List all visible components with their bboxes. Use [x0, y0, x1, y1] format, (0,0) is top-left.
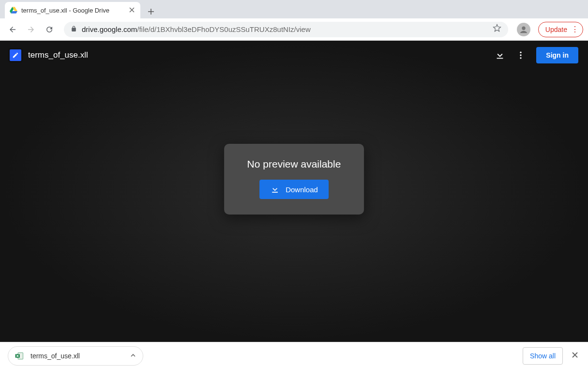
google-drive-icon — [10, 6, 17, 14]
download-icon — [270, 184, 280, 194]
address-bar[interactable]: drive.google.com/file/d/1BXhvbl3eDFhoDYS… — [64, 22, 508, 37]
tab-strip: terms_of_use.xll - Google Drive — [0, 0, 588, 18]
tab-title: terms_of_use.xll - Google Drive — [21, 7, 109, 14]
download-shelf: terms_of_use.xll Show all — [0, 342, 588, 369]
tab-close-icon[interactable] — [128, 5, 136, 15]
excel-file-icon — [15, 352, 24, 360]
url-text: drive.google.com/file/d/1BXhvbl3eDFhoDYS… — [82, 25, 311, 33]
menu-dots-icon: ⋮ — [571, 26, 578, 33]
svg-point-4 — [520, 52, 522, 53]
more-actions-button[interactable] — [516, 50, 526, 60]
forward-button[interactable] — [23, 22, 39, 37]
back-button[interactable] — [5, 22, 20, 37]
browser-update-button[interactable]: Update ⋮ — [538, 22, 583, 37]
bookmark-star-icon[interactable] — [493, 24, 501, 35]
svg-point-6 — [520, 57, 522, 59]
file-type-icon — [10, 49, 21, 61]
profile-avatar-icon[interactable] — [517, 23, 530, 36]
new-tab-button[interactable] — [144, 5, 158, 18]
download-button-label: Download — [286, 185, 318, 194]
viewer-header: terms_of_use.xll Sign in — [0, 41, 588, 70]
sign-in-button[interactable]: Sign in — [536, 47, 578, 63]
download-icon-button[interactable] — [495, 50, 505, 61]
no-preview-text: No preview available — [247, 158, 341, 170]
show-all-downloads-button[interactable]: Show all — [523, 347, 563, 365]
no-preview-panel: No preview available Download — [224, 144, 364, 215]
close-download-shelf-button[interactable] — [570, 349, 580, 363]
update-label: Update — [545, 26, 567, 33]
svg-point-3 — [522, 26, 525, 30]
viewer-filename: terms_of_use.xll — [28, 50, 88, 60]
lock-icon — [71, 26, 77, 33]
download-item-filename: terms_of_use.xll — [30, 352, 80, 360]
chevron-up-icon[interactable] — [130, 352, 136, 360]
drive-preview-viewer: terms_of_use.xll Sign in No preview avai… — [0, 41, 588, 342]
download-item[interactable]: terms_of_use.xll — [8, 346, 143, 366]
url-path: /file/d/1BXhvbl3eDFhoDYS0uzSSuTRUXz8utNI… — [137, 25, 311, 33]
browser-tab-active[interactable]: terms_of_use.xll - Google Drive — [5, 2, 140, 18]
url-host: drive.google.com — [82, 25, 137, 33]
svg-point-5 — [520, 54, 522, 56]
download-button[interactable]: Download — [259, 180, 329, 199]
browser-toolbar: drive.google.com/file/d/1BXhvbl3eDFhoDYS… — [0, 18, 588, 41]
reload-button[interactable] — [42, 22, 57, 37]
